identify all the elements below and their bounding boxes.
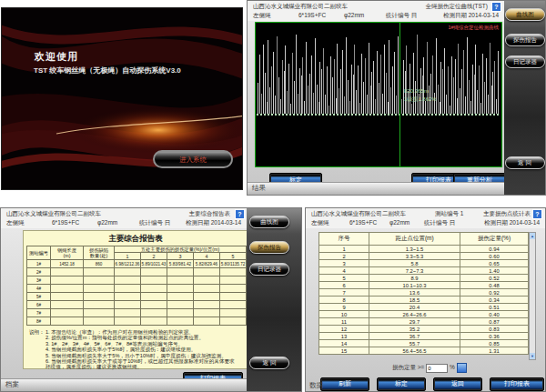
- report-sidebar: 返 回 曲线图探伤报告日记录器: [247, 208, 301, 391]
- report-notes: 说明： 1. 本报告结论（审查）：作为用户对在用钢丝绳检验的判定依据。2. 损伤…: [29, 329, 245, 370]
- rope-diameter-label: φ22mm: [97, 219, 117, 226]
- filter-unit: %: [450, 364, 455, 370]
- print-report-button[interactable]: 打印报表: [490, 377, 544, 391]
- sidebar-button-3[interactable]: 日记录器: [505, 55, 545, 68]
- report-status-text: 档案: [5, 380, 19, 389]
- rope-label: 左侧绳: [253, 12, 271, 20]
- help-icon[interactable]: ?: [532, 209, 542, 219]
- help-icon[interactable]: ?: [491, 2, 501, 12]
- report-statusbar: 档案: [1, 378, 247, 391]
- inspect-date-label: 检测日期 2014-03-14: [443, 12, 499, 20]
- calibrate-button[interactable]: 标定: [377, 377, 426, 391]
- screenshot-stage: 欢迎使用 TST 绞车钢丝绳（无极绳）自动探伤系统V3.0 进入系统 ? 山西沁…: [0, 0, 546, 392]
- table-row[interactable]: 35.80.65: [319, 260, 529, 267]
- help-icon[interactable]: ?: [235, 209, 245, 219]
- sidebar-button-2[interactable]: 探伤报告: [505, 34, 545, 46]
- report-subcol-header: 5: [220, 253, 247, 260]
- stats-view-title: 主要损伤点统计表: [483, 210, 531, 218]
- table-row[interactable]: 11.3~1.50.94: [319, 246, 529, 253]
- waveform-plot[interactable]: 1#绳综合定位检测曲线 820.265m 1级损1.862%: [255, 22, 502, 167]
- table-row[interactable]: 1129.70.87: [319, 318, 529, 326]
- filter-operator: >=: [418, 364, 425, 370]
- table-row[interactable]: 1#1452.188606.98/1212.365.89/1021.435.83…: [27, 260, 247, 268]
- cursor-position-label: 820.265m: [404, 88, 429, 94]
- report-subcol-header: 4: [194, 253, 220, 260]
- table-row[interactable]: 47.2~7.31.40: [319, 267, 529, 275]
- sidebar-button-2[interactable]: 探伤报告: [249, 241, 289, 254]
- table-row[interactable]: 8#: [27, 317, 247, 326]
- waveform-bars: [257, 30, 500, 114]
- report-span-header: 五处主要损伤的损伤定量(%)/位置(m): [115, 246, 247, 253]
- report-table: 测站编号钢绳长度 (m)损伤缺陷 数量(处)五处主要损伤的损伤定量(%)/位置(…: [26, 246, 247, 326]
- table-row[interactable]: 58.90.52: [319, 275, 529, 282]
- back-button[interactable]: 返 回: [249, 357, 289, 369]
- splash-welcome-text: 欢迎使用: [35, 50, 78, 64]
- scroll-down-icon[interactable]: ▼: [530, 353, 535, 359]
- table-row[interactable]: 1556.4~56.51.31: [319, 347, 529, 355]
- curve-status-text: 结果: [252, 184, 266, 193]
- table-row[interactable]: 4#: [27, 285, 247, 293]
- company-label: 山西沁水义城煤业有限公司二副绞车: [6, 210, 101, 218]
- company-label: 山西沁水义城煤业有限公司二副绞车: [253, 3, 348, 11]
- stats-header: 山西沁水义城煤业有限公司二副绞车 测站编号 1 主要损伤点统计表 左侧绳 6*1…: [306, 208, 545, 228]
- splash-app-title: TST 绞车钢丝绳（无极绳）自动探伤系统V3.0: [34, 65, 181, 75]
- curve-sidebar: 返 回 曲线图探伤报告日记录器: [504, 1, 545, 195]
- table-row[interactable]: 7#: [27, 309, 247, 317]
- table-row[interactable]: 2#: [27, 268, 247, 276]
- rope-diameter-label: φ22mm: [344, 12, 364, 18]
- cursor-damage-label: 1级损1.862%: [404, 95, 437, 104]
- curve-statusbar: 结果: [248, 182, 504, 195]
- stats-col-header: 损伤定量(%): [460, 233, 529, 246]
- splash-panel: 欢迎使用 TST 绞车钢丝绳（无极绳）自动探伤系统V3.0 进入系统: [1, 7, 243, 190]
- batch-label: 统计编号 日: [386, 12, 417, 20]
- sidebar-button-3[interactable]: 日记录器: [249, 263, 289, 276]
- note-line: 环境值，属重度损伤：建议更换该钢丝绳。: [46, 364, 245, 369]
- rope-label: 左侧绳: [6, 219, 25, 227]
- table-row[interactable]: 1235.20.83: [319, 326, 529, 333]
- station-number-label: 测站编号 1: [435, 210, 463, 218]
- table-row[interactable]: 1455.70.85: [319, 340, 529, 347]
- rope-spec-label: 6*19S+FC: [349, 219, 377, 226]
- inspect-date-label: 检测日期 2014-03-14: [186, 219, 241, 227]
- scroll-up-icon[interactable]: ▲: [530, 233, 535, 239]
- curve-window: ? 山西沁水义城煤业有限公司二副绞车 全绳损伤定位曲线(TST) 左侧绳 6*1…: [247, 0, 546, 196]
- report-col-header: 钢绳长度 (m): [51, 246, 84, 260]
- sidebar-button-1[interactable]: 曲线图: [505, 8, 545, 21]
- curve-view-title: 全绳损伤定位曲线(TST): [425, 3, 488, 11]
- notes-label: 说明：: [29, 329, 45, 335]
- report-subcol-header: 1: [115, 253, 141, 260]
- table-row[interactable]: 23.3~5.30.60: [319, 253, 529, 260]
- cursor-line[interactable]: [399, 23, 400, 166]
- table-scrollbar[interactable]: ▲ ▼: [529, 232, 536, 360]
- report-col-header: 损伤缺陷 数量(处): [84, 246, 115, 260]
- stats-window: ? 山西沁水义城煤业有限公司二副绞车 测站编号 1 主要损伤点统计表 左侧绳 6…: [305, 207, 546, 392]
- filter-label: 损伤定量: [392, 364, 416, 370]
- return-button[interactable]: 返回: [433, 377, 482, 391]
- report-col-header: 测站编号: [27, 246, 51, 260]
- filter-apply-icon[interactable]: [457, 363, 467, 373]
- filter-value-input[interactable]: [426, 364, 448, 373]
- sidebar-button-1[interactable]: 曲线图: [249, 216, 289, 228]
- report-window: ? 山西沁水义城煤业有限公司二副绞车 主要综合报告表 左侧绳 6*19S+FC …: [0, 207, 302, 392]
- stats-status-text: 数据: [309, 381, 323, 390]
- company-label: 山西沁水义城煤业有限公司二副绞车: [311, 210, 406, 218]
- table-row[interactable]: 1026.4~26.60.40: [319, 311, 529, 318]
- table-row[interactable]: 5#: [27, 293, 247, 301]
- stats-table: 序号距止点位置(m)损伤定量(%)11.3~1.50.9423.3~5.30.6…: [318, 232, 529, 355]
- curve-header: 山西沁水义城煤业有限公司二副绞车 全绳损伤定位曲线(TST) 左侧绳 6*19S…: [248, 1, 504, 21]
- table-row[interactable]: 3#: [27, 276, 247, 285]
- table-row[interactable]: 713.60.92: [319, 289, 529, 297]
- stats-col-header: 序号: [319, 233, 369, 246]
- waveform-baseline: [257, 114, 500, 116]
- table-row[interactable]: 6#: [27, 301, 247, 309]
- table-row[interactable]: 1336.70.36: [319, 333, 529, 340]
- rope-label: 左侧绳: [311, 219, 329, 227]
- report-header: 山西沁水义城煤业有限公司二副绞车 主要综合报告表 左侧绳 6*19S+FC φ2…: [1, 208, 247, 228]
- batch-label: 统计编号 日: [424, 219, 455, 227]
- enter-system-button[interactable]: 进入系统: [153, 150, 233, 168]
- refresh-button[interactable]: 刷新: [320, 377, 369, 391]
- back-button[interactable]: 返 回: [505, 156, 545, 169]
- table-row[interactable]: 818.50.34: [319, 297, 529, 304]
- table-row[interactable]: 920.40.51: [319, 304, 529, 311]
- table-row[interactable]: 610.1~10.30.48: [319, 282, 529, 289]
